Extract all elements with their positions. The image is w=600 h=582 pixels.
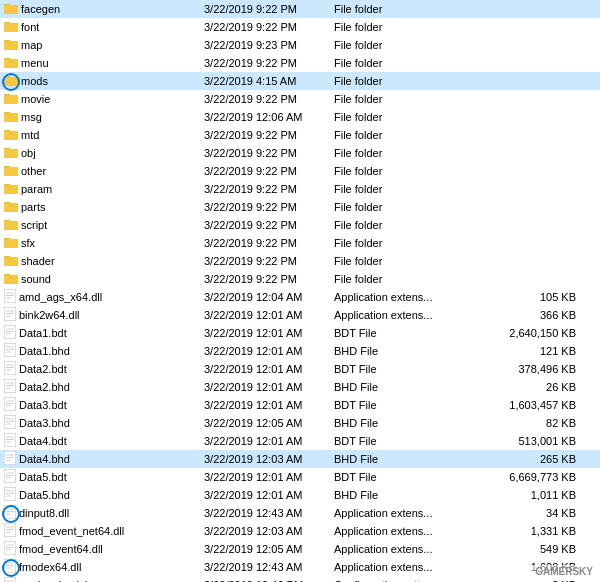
- file-icon: [4, 577, 16, 583]
- list-item[interactable]: sfx3/22/2019 9:22 PMFile folder: [0, 234, 600, 252]
- file-name-text: Data3.bhd: [19, 417, 70, 429]
- file-type-col: File folder: [334, 3, 464, 15]
- file-name-text: fmodex64.dll: [19, 561, 81, 573]
- file-type-col: File folder: [334, 165, 464, 177]
- list-item[interactable]: facegen3/22/2019 9:22 PMFile folder: [0, 0, 600, 18]
- svg-rect-84: [4, 451, 16, 465]
- svg-rect-76: [4, 415, 16, 429]
- list-item[interactable]: other3/22/2019 9:22 PMFile folder: [0, 162, 600, 180]
- file-name-col: obj: [4, 146, 204, 161]
- file-name-col: Data3.bdt: [4, 397, 204, 414]
- file-date-col: 3/22/2019 12:01 AM: [204, 345, 334, 357]
- file-name-text: Data5.bhd: [19, 489, 70, 501]
- list-item[interactable]: menu3/22/2019 9:22 PMFile folder: [0, 54, 600, 72]
- file-date-col: 3/22/2019 12:01 AM: [204, 327, 334, 339]
- list-item[interactable]: font3/22/2019 9:22 PMFile folder: [0, 18, 600, 36]
- svg-rect-32: [4, 185, 18, 194]
- list-item[interactable]: mtd3/22/2019 9:22 PMFile folder: [0, 126, 600, 144]
- file-type-col: File folder: [334, 219, 464, 231]
- file-name-col: sfx: [4, 236, 204, 251]
- file-type-col: File folder: [334, 111, 464, 123]
- folder-icon: [4, 110, 18, 125]
- list-item[interactable]: Data1.bdt3/22/2019 12:01 AMBDT File2,640…: [0, 324, 600, 342]
- file-name-col: facegen: [4, 2, 204, 17]
- list-item[interactable]: parts3/22/2019 9:22 PMFile folder: [0, 198, 600, 216]
- list-item[interactable]: bink2w64.dll3/22/2019 12:01 AMApplicatio…: [0, 306, 600, 324]
- file-type-col: BHD File: [334, 453, 464, 465]
- folder-icon: [4, 254, 18, 269]
- list-item[interactable]: fmod_event64.dll3/22/2019 12:05 AMApplic…: [0, 540, 600, 558]
- list-item[interactable]: Data4.bhd3/22/2019 12:03 AMBHD File265 K…: [0, 450, 600, 468]
- file-name-col: other: [4, 164, 204, 179]
- svg-rect-72: [4, 397, 16, 411]
- list-item[interactable]: script3/22/2019 9:22 PMFile folder: [0, 216, 600, 234]
- file-name-col: Data1.bdt: [4, 325, 204, 342]
- file-name-col: font: [4, 20, 204, 35]
- file-icon: [4, 307, 16, 324]
- list-item[interactable]: movie3/22/2019 9:22 PMFile folder: [0, 90, 600, 108]
- file-date-col: 3/22/2019 12:01 AM: [204, 489, 334, 501]
- file-icon: [4, 379, 16, 396]
- list-item[interactable]: dinput8.dll3/22/2019 12:43 AMApplication…: [0, 504, 600, 522]
- svg-rect-68: [4, 379, 16, 393]
- svg-rect-80: [4, 433, 16, 447]
- list-item[interactable]: fmodex64.dll3/22/2019 12:43 AMApplicatio…: [0, 558, 600, 576]
- file-name-col: sound: [4, 272, 204, 287]
- list-item[interactable]: Data3.bhd3/22/2019 12:05 AMBHD File82 KB: [0, 414, 600, 432]
- file-type-col: BDT File: [334, 399, 464, 411]
- list-item[interactable]: Data1.bhd3/22/2019 12:01 AMBHD File121 K…: [0, 342, 600, 360]
- file-name-text: mods: [21, 75, 48, 87]
- file-explorer-list[interactable]: facegen3/22/2019 9:22 PMFile folder font…: [0, 0, 600, 582]
- file-icon: [4, 505, 16, 522]
- file-size-col: 1,011 KB: [464, 489, 596, 501]
- file-icon: [4, 361, 16, 378]
- list-item[interactable]: shader3/22/2019 9:22 PMFile folder: [0, 252, 600, 270]
- list-item[interactable]: obj3/22/2019 9:22 PMFile folder: [0, 144, 600, 162]
- file-icon: [4, 397, 16, 414]
- file-date-col: 3/22/2019 9:22 PM: [204, 129, 334, 141]
- list-item[interactable]: Data5.bhd3/22/2019 12:01 AMBHD File1,011…: [0, 486, 600, 504]
- folder-icon: [4, 200, 18, 215]
- svg-rect-29: [4, 167, 18, 176]
- file-date-col: 3/22/2019 9:22 PM: [204, 3, 334, 15]
- file-name-col: Data2.bhd: [4, 379, 204, 396]
- folder-icon: [4, 272, 18, 287]
- file-date-col: 3/22/2019 9:22 PM: [204, 255, 334, 267]
- list-item[interactable]: Data2.bhd3/22/2019 12:01 AMBHD File26 KB: [0, 378, 600, 396]
- folder-icon: [4, 56, 18, 71]
- svg-rect-112: [4, 577, 16, 583]
- list-item[interactable]: map3/22/2019 9:23 PMFile folder: [0, 36, 600, 54]
- svg-rect-20: [4, 113, 18, 122]
- svg-rect-17: [4, 95, 18, 104]
- file-icon: [4, 451, 16, 468]
- svg-rect-108: [4, 559, 16, 573]
- file-name-col: bink2w64.dll: [4, 307, 204, 324]
- file-name-col: Data5.bdt: [4, 469, 204, 486]
- file-name-col: shader: [4, 254, 204, 269]
- list-item[interactable]: modengine.ini3/22/2019 10:46 PMConfigura…: [0, 576, 600, 582]
- list-item[interactable]: mods3/22/2019 4:15 AMFile folder: [0, 72, 600, 90]
- list-item[interactable]: Data5.bdt3/22/2019 12:01 AMBDT File6,669…: [0, 468, 600, 486]
- svg-rect-23: [4, 131, 18, 140]
- list-item[interactable]: msg3/22/2019 12:06 AMFile folder: [0, 108, 600, 126]
- svg-rect-52: [4, 307, 16, 321]
- file-date-col: 3/22/2019 12:01 AM: [204, 435, 334, 447]
- file-type-col: File folder: [334, 237, 464, 249]
- file-name-col: modengine.ini: [4, 577, 204, 583]
- file-name-text: Data3.bdt: [19, 399, 67, 411]
- list-item[interactable]: Data3.bdt3/22/2019 12:01 AMBDT File1,603…: [0, 396, 600, 414]
- file-name-text: shader: [21, 255, 55, 267]
- file-size-col: 366 KB: [464, 309, 596, 321]
- file-date-col: 3/22/2019 9:22 PM: [204, 273, 334, 285]
- list-item[interactable]: Data4.bdt3/22/2019 12:01 AMBDT File513,0…: [0, 432, 600, 450]
- svg-rect-44: [4, 257, 18, 266]
- list-item[interactable]: param3/22/2019 9:22 PMFile folder: [0, 180, 600, 198]
- list-item[interactable]: Data2.bdt3/22/2019 12:01 AMBDT File378,4…: [0, 360, 600, 378]
- file-date-col: 3/22/2019 12:01 AM: [204, 381, 334, 393]
- file-name-text: parts: [21, 201, 45, 213]
- list-item[interactable]: sound3/22/2019 9:22 PMFile folder: [0, 270, 600, 288]
- list-item[interactable]: amd_ags_x64.dll3/22/2019 12:04 AMApplica…: [0, 288, 600, 306]
- file-name-text: script: [21, 219, 47, 231]
- list-item[interactable]: fmod_event_net64.dll3/22/2019 12:03 AMAp…: [0, 522, 600, 540]
- file-date-col: 3/22/2019 9:22 PM: [204, 21, 334, 33]
